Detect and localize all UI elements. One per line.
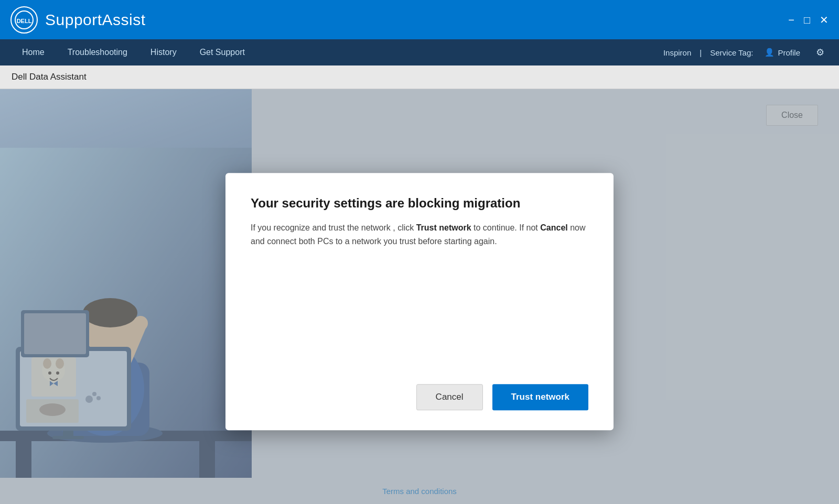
restore-button[interactable]: □ [804, 15, 810, 25]
nav-home[interactable]: Home [10, 39, 56, 65]
dialog-body-before: If you recognize and trust the network ,… [251, 223, 416, 232]
cancel-button[interactable]: Cancel [416, 384, 483, 410]
breadcrumb: Dell Data Assistant [12, 72, 87, 82]
cancel-bold: Cancel [540, 223, 567, 232]
device-name: Inspiron [663, 48, 691, 57]
title-bar: DELL SupportAssist − □ ✕ [0, 0, 839, 39]
nav-troubleshooting[interactable]: Troubleshooting [56, 39, 139, 65]
trust-network-bold: Trust network [416, 223, 471, 232]
dell-logo: DELL [10, 6, 38, 34]
service-tag-label: Service Tag: [710, 48, 753, 57]
nav-bar: Home Troubleshooting History Get Support… [0, 39, 839, 65]
dialog-title: Your security settings are blocking migr… [251, 196, 588, 211]
window-controls: − □ ✕ [788, 15, 829, 25]
breadcrumb-bar: Dell Data Assistant [0, 65, 839, 89]
minimize-button[interactable]: − [788, 15, 794, 25]
svg-text:DELL: DELL [17, 18, 32, 24]
nav-get-support[interactable]: Get Support [188, 39, 256, 65]
profile-button[interactable]: 👤 Profile [759, 48, 805, 57]
profile-icon: 👤 [765, 48, 775, 57]
app-title: SupportAssist [45, 11, 146, 29]
nav-divider: | [700, 48, 702, 57]
settings-icon[interactable]: ⚙ [812, 47, 829, 58]
profile-label: Profile [778, 48, 800, 57]
dialog-buttons: Cancel Trust network [251, 384, 588, 410]
dialog-body: If you recognize and trust the network ,… [251, 221, 588, 248]
main-content: Close d PC that are important t behind. … [0, 89, 839, 504]
security-dialog: Your security settings are blocking migr… [225, 173, 614, 430]
close-window-button[interactable]: ✕ [820, 15, 829, 25]
nav-history[interactable]: History [139, 39, 188, 65]
dialog-body-middle: to continue. If not [471, 223, 541, 232]
trust-network-button[interactable]: Trust network [492, 384, 588, 410]
nav-right: Inspiron | Service Tag: 👤 Profile ⚙ [663, 47, 829, 58]
